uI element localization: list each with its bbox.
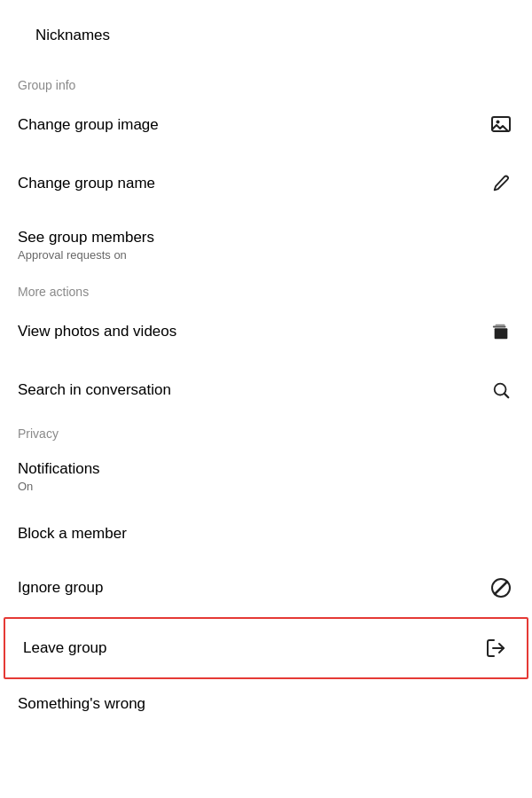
- see-group-members-sublabel: Approval requests on: [18, 248, 154, 262]
- nicknames-label: Nicknames: [18, 16, 128, 55]
- view-photos-videos-label: View photos and videos: [18, 323, 176, 340]
- more-actions-section-header: More actions: [0, 278, 532, 302]
- search-in-conversation-content: Search in conversation: [18, 381, 171, 399]
- somethings-wrong-item[interactable]: Something's wrong: [0, 679, 532, 729]
- view-photos-videos-content: View photos and videos: [18, 323, 176, 340]
- change-group-image-item[interactable]: Change group image: [0, 96, 532, 154]
- leave-icon: [482, 635, 509, 661]
- see-group-members-item[interactable]: See group members Approval requests on: [0, 213, 532, 278]
- notifications-label: Notifications: [18, 460, 100, 478]
- group-info-section-header: Group info: [0, 71, 532, 96]
- search-icon: [488, 377, 514, 403]
- block-a-member-item[interactable]: Block a member: [0, 509, 532, 559]
- svg-rect-4: [496, 325, 505, 326]
- change-group-name-label: Change group name: [18, 175, 155, 192]
- notifications-sublabel: On: [18, 480, 100, 493]
- stack-icon: [488, 318, 514, 345]
- svg-rect-2: [495, 328, 508, 339]
- notifications-content: Notifications On: [18, 460, 100, 493]
- svg-rect-3: [493, 326, 506, 328]
- change-group-name-content: Change group name: [18, 175, 155, 192]
- ignore-group-content: Ignore group: [18, 579, 103, 597]
- leave-group-item[interactable]: Leave group: [4, 617, 528, 679]
- leave-group-content: Leave group: [23, 639, 107, 657]
- notifications-item[interactable]: Notifications On: [0, 444, 532, 509]
- ignore-group-item[interactable]: Ignore group: [0, 559, 532, 617]
- svg-point-1: [497, 121, 500, 124]
- search-in-conversation-item[interactable]: Search in conversation: [0, 361, 532, 419]
- view-photos-videos-item[interactable]: View photos and videos: [0, 302, 532, 361]
- privacy-section-header: Privacy: [0, 419, 532, 444]
- block-a-member-content: Block a member: [18, 525, 127, 543]
- somethings-wrong-label: Something's wrong: [18, 695, 145, 713]
- block-a-member-label: Block a member: [18, 525, 127, 543]
- image-icon: [488, 112, 514, 138]
- pencil-icon: [488, 170, 514, 197]
- leave-group-label: Leave group: [23, 639, 107, 657]
- change-group-image-content: Change group image: [18, 116, 159, 134]
- see-group-members-label: See group members: [18, 229, 154, 246]
- change-group-name-item[interactable]: Change group name: [0, 154, 532, 213]
- search-in-conversation-label: Search in conversation: [18, 381, 171, 399]
- nicknames-item[interactable]: Nicknames: [0, 0, 532, 71]
- ignore-group-label: Ignore group: [18, 579, 103, 597]
- change-group-image-label: Change group image: [18, 116, 159, 134]
- ignore-icon: [488, 575, 514, 601]
- see-group-members-content: See group members Approval requests on: [18, 229, 154, 262]
